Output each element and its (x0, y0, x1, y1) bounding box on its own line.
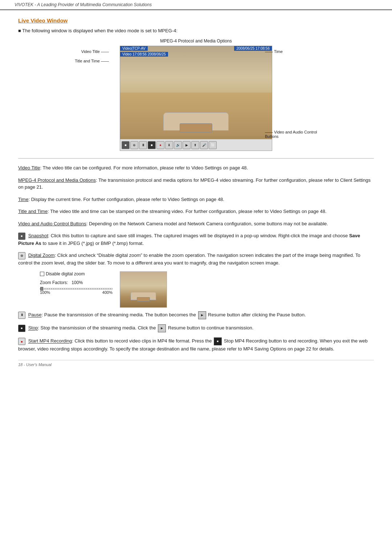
right-annotations: —— Time —— Video and Audio Control Butto… (265, 49, 323, 144)
zoom-range-labels: 100% 400% (40, 290, 113, 295)
zoom-section: Disable digital zoom Zoom Factors: 100% … (40, 271, 374, 308)
stop-text2: Resume button to continue transmission. (167, 325, 253, 331)
pause-icon: ⏸ (18, 312, 25, 319)
ctrl-buttons-label: —— Video and Audio Control Buttons (265, 130, 323, 139)
desc-digital-zoom: ⊕ Digital Zoom: Click and uncheck “Disab… (18, 252, 374, 266)
desc-mpeg4: MPEG-4 Protocol and Media Options: The t… (18, 177, 374, 191)
video-title-term: Video Title (18, 165, 40, 171)
snapshot-text2: to save it in JPEG (*.jpg) or BMP (*.bmp… (41, 241, 144, 246)
bullet-intro: ■ The following window is displayed when… (18, 28, 374, 33)
footer: 18 - User's Manual (18, 360, 374, 367)
video-title-left: Video|TCP-AV (120, 46, 148, 51)
zoom-term: Digital Zoom (28, 253, 55, 258)
desc-title-time: Title and Time: The video title and time… (18, 208, 374, 215)
video-title-label: Video Title —— (69, 49, 109, 54)
zoom-value: 100% (72, 280, 83, 285)
zoom-btn[interactable]: ⊕ (130, 141, 138, 149)
zoom-checkbox-row: Disable digital zoom (40, 271, 113, 276)
left-annotations: Video Title —— Title and Time —— (69, 49, 109, 68)
upload-btn[interactable]: ⬆ (191, 141, 199, 149)
resume-btn-inline: ▶ (198, 311, 206, 319)
diagram-top-label: MPEG-4 Protocol and Media Options (160, 38, 232, 44)
time-label-anno: —— Time (265, 49, 323, 54)
zoom-min: 100% (40, 290, 50, 295)
ctrl-btn-term: Video and Audio Control Buttons (18, 221, 86, 226)
mpeg4-term: MPEG-4 Protocol and Media Options (18, 177, 96, 183)
video-window: Video|TCP-AV 2008/06/25 17:08:56 Video 1… (120, 46, 272, 151)
snapshot-text1: : Click this button to capture and save … (48, 233, 349, 238)
footer-text: 18 - User's Manual (18, 362, 52, 367)
play-btn[interactable]: ▶ (183, 141, 191, 149)
zoom-slider-track[interactable] (40, 288, 113, 290)
mp4-text1: : Click this button to record video clip… (72, 338, 213, 344)
desc-stop: ■ Stop: Stop the transmission of the str… (18, 324, 374, 332)
zoom-slider-container: 100% 400% (40, 288, 113, 295)
pause-btn[interactable]: ⏸ (139, 141, 147, 149)
record-btn[interactable]: ● (156, 141, 164, 149)
video-subtitle: Video 17:08:56 2008/06/25 (120, 52, 168, 57)
download-btn[interactable]: ⬇ (165, 141, 173, 149)
pause-text2: Resume button after clicking the Pause b… (207, 312, 306, 318)
fullscreen-btn[interactable]: ⬜ (209, 141, 217, 149)
ctrl-btn-desc: : Depending on the Network Camera model … (86, 221, 328, 226)
video-title-bar: Video|TCP-AV 2008/06/25 17:08:56 (120, 46, 272, 51)
desc-snapshot: ■ Snapshot: Click this button to capture… (18, 232, 374, 247)
divider1 (18, 158, 374, 159)
stop-term: Stop (28, 325, 38, 331)
title-time-term: Title and Time (18, 209, 48, 214)
time-desc: : Display the current time. For further … (28, 197, 224, 202)
pause-term: Pause (28, 312, 42, 318)
zoom-text: : Click and uncheck “Disable digital zoo… (18, 253, 360, 266)
desc-mp4: ● Start MP4 Recording: Click this button… (18, 337, 374, 353)
zoom-max: 400% (102, 290, 113, 295)
video-title-desc: : The video title can be configured. For… (40, 165, 248, 171)
mp4-term: Start MP4 Recording (28, 338, 72, 344)
mp4-stop-btn: ■ (214, 337, 222, 345)
desc-ctrl-buttons: Video and Audio Control Buttons: Dependi… (18, 220, 374, 227)
stop-btn[interactable]: ■ (148, 141, 156, 149)
time-term: Time (18, 197, 28, 202)
pause-text1: : Pause the transmission of the streamin… (42, 312, 197, 318)
snapshot-term: Snapshot (28, 233, 48, 238)
snapshot-icon: ■ (18, 233, 25, 240)
mic-btn[interactable]: 🎤 (200, 141, 208, 149)
stop-resume-btn: ▶ (158, 324, 166, 332)
zoom-controls: Disable digital zoom Zoom Factors: 100% … (40, 271, 113, 295)
desc-time: Time: Display the current time. For furt… (18, 196, 374, 203)
diagram-area: Video Title —— Title and Time —— MPEG-4 … (18, 38, 374, 151)
title-time-desc: : The video title and time can be stampe… (48, 209, 326, 214)
disable-zoom-checkbox[interactable] (40, 272, 44, 276)
title-time-label: Title and Time —— (69, 59, 109, 63)
mp4-icon: ● (18, 338, 25, 345)
desc-video-title: Video Title: The video title can be conf… (18, 164, 374, 172)
snapshot-btn[interactable]: ■ (122, 141, 130, 149)
zoom-factors-label: Zoom Factors: (40, 280, 68, 285)
zoom-icon: ⊕ (18, 252, 25, 259)
zoom-slider-thumb[interactable] (40, 287, 43, 291)
zoom-factors-row: Zoom Factors: 100% (40, 280, 113, 285)
stop-icon: ■ (18, 325, 25, 332)
company-name: VIVOTEK - A Leading Provider of Multimed… (15, 2, 152, 7)
top-bar: VIVOTEK - A Leading Provider of Multimed… (0, 0, 392, 10)
desc-pause: ⏸ Pause: Pause the transmission of the s… (18, 311, 374, 319)
section-title: Live Video Window (18, 17, 374, 24)
audio-btn[interactable]: 🔊 (174, 141, 182, 149)
stop-text1: : Stop the transmission of the streaming… (38, 325, 157, 331)
control-bar: ■ ⊕ ⏸ ■ ● ⬇ 🔊 ▶ ⬆ 🎤 ⬜ (120, 139, 272, 151)
zoom-thumbnail (120, 271, 167, 308)
disable-zoom-label: Disable digital zoom (46, 271, 85, 276)
